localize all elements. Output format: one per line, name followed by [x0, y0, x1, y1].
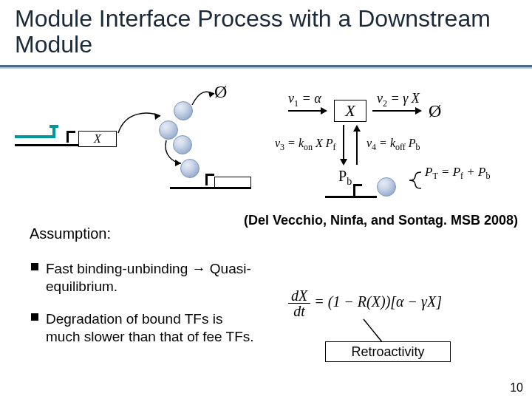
bullet-square-icon: [31, 263, 38, 270]
binding-arrow: [163, 137, 192, 170]
page-title: Module Interface Process with a Downstre…: [15, 6, 517, 58]
x-node: X: [334, 100, 366, 122]
gene-downstream: [214, 177, 251, 187]
protein-circle-pb: [377, 177, 396, 197]
title-underline: [0, 65, 532, 69]
gene-x-box: X: [78, 131, 117, 147]
bullet-2: Degradation of bound TFs is much slower …: [46, 310, 260, 346]
pb-node: Pb: [338, 168, 352, 188]
svg-marker-0: [154, 113, 160, 120]
teal-pipe-cap: [50, 125, 58, 128]
dna-upstream: [15, 144, 59, 146]
dna-downstream: [170, 187, 251, 189]
emptyset-right: Ø: [429, 101, 441, 121]
dna-upstream-2: [59, 144, 78, 146]
eqn-v1: v1 = α: [288, 91, 321, 109]
citation-text: (Del Vecchio, Ninfa, and Sontag. MSB 200…: [244, 213, 518, 228]
teal-pipe-h: [15, 135, 55, 138]
brace-icon: [406, 170, 426, 192]
slide: Module Interface Process with a Downstre…: [0, 0, 532, 399]
bullet-1: Fast binding-unbinding → Quasi-equilibri…: [46, 260, 253, 296]
retroactivity-equation: dX dt = (1 − R(X))[α − γX]: [288, 288, 442, 318]
eqn-v4: v4 = koff Pb: [366, 137, 420, 153]
bullet-2-text: Degradation of bound TFs is much slower …: [46, 311, 254, 344]
retroactivity-box: Retroactivity: [325, 341, 451, 362]
eqn-v3: v3 = kon X Pf: [275, 137, 336, 153]
bullet-square-icon: [31, 313, 38, 321]
svg-line-3: [364, 319, 383, 343]
bullet-1-text: Fast binding-unbinding → Quasi-equilibri…: [46, 261, 251, 294]
eqn-pt: PT = Pf + Pb: [425, 165, 490, 182]
svg-marker-2: [175, 160, 181, 166]
eqn-v2: v2 = γ X: [377, 91, 420, 109]
promoter-downstream: [205, 174, 214, 185]
diagram-area: X Ø: [15, 85, 517, 211]
promoter-pb: [353, 184, 362, 196]
promoter-upstream: [66, 131, 75, 143]
page-number: 10: [510, 381, 523, 395]
assumption-label: Assumption:: [30, 225, 111, 242]
degradation-arrow: [188, 86, 222, 109]
dna-pb: [325, 196, 377, 198]
